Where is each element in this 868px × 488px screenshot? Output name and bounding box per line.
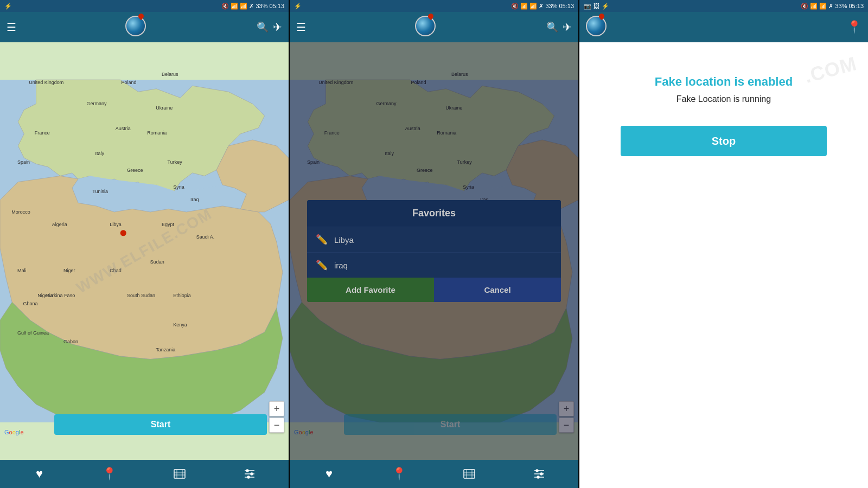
no-signal-icon: ✗ bbox=[249, 3, 254, 10]
globe-pin-3 bbox=[598, 12, 605, 20]
fake-location-content: .COM Fake location is enabled Fake Locat… bbox=[579, 42, 868, 488]
photo-icon-3: 🖼 bbox=[593, 3, 599, 9]
nav-map-2[interactable] bbox=[457, 462, 481, 486]
time-text-2: 05:13 bbox=[559, 3, 574, 9]
globe-pin-2 bbox=[426, 12, 434, 20]
no-signal-icon-3: ✗ bbox=[828, 3, 833, 10]
signal-icon: 📶 bbox=[240, 3, 247, 10]
status-bar-3: 📷 🖼 ⚡ 🔇 📶 📶 ✗ 33% 05:13 bbox=[579, 0, 868, 12]
nav-location-1[interactable]: 📍 bbox=[98, 462, 122, 486]
bottom-nav-2: ♥ 📍 bbox=[290, 460, 578, 488]
watermark-3: .COM bbox=[802, 52, 859, 88]
zoom-out-btn[interactable]: − bbox=[269, 418, 284, 433]
menu-icon[interactable]: ☰ bbox=[7, 21, 16, 34]
favorites-item-label-libya: Libya bbox=[334, 235, 354, 245]
nav-location-2[interactable]: 📍 bbox=[387, 462, 411, 486]
mute-icon-2: 🔇 bbox=[511, 3, 519, 10]
nav-settings-1[interactable] bbox=[238, 462, 261, 486]
map-view-2: United Kingdom Poland Belarus Germany Uk… bbox=[290, 42, 578, 460]
status-bar-1: ⚡ 🔇 📶 📶 ✗ 33% 05:13 bbox=[0, 0, 289, 12]
globe-icon-2 bbox=[415, 16, 438, 38]
wifi-icon: 📶 bbox=[231, 3, 238, 10]
globe-icon bbox=[125, 16, 148, 38]
nav-favorites-1[interactable]: ♥ bbox=[28, 462, 52, 486]
svg-point-6 bbox=[246, 470, 248, 472]
favorites-item-libya[interactable]: ✏️ Libya bbox=[307, 227, 561, 252]
svg-point-17 bbox=[537, 476, 539, 478]
mute-icon-3: 🔇 bbox=[801, 3, 808, 10]
edit-icon-libya: ✏️ bbox=[316, 234, 328, 246]
add-favorite-button[interactable]: Add Favorite bbox=[307, 278, 434, 302]
favorites-dialog: Favorites ✏️ Libya ✏️ iraq Add Favorite … bbox=[307, 200, 561, 302]
no-signal-icon-2: ✗ bbox=[539, 3, 544, 10]
zoom-controls-1: + − bbox=[269, 401, 284, 433]
globe-icon-3 bbox=[586, 16, 609, 38]
camera-icon-3: 📷 bbox=[584, 3, 591, 10]
favorites-overlay: Favorites ✏️ Libya ✏️ iraq Add Favorite … bbox=[290, 42, 578, 460]
fake-location-title: Fake location is enabled bbox=[655, 75, 793, 89]
favorites-title: Favorites bbox=[307, 200, 561, 227]
app-title-area bbox=[21, 16, 252, 38]
nav-favorites-2[interactable]: ♥ bbox=[317, 462, 341, 486]
google-logo-1: Google bbox=[4, 429, 24, 435]
svg-rect-11 bbox=[464, 470, 475, 478]
app-bar-3: 📍 bbox=[579, 12, 868, 42]
signal-icon-2: 📶 bbox=[529, 3, 537, 10]
svg-rect-2 bbox=[174, 470, 185, 478]
status-bar-2: ⚡ 🔇 📶 📶 ✗ 33% 05:13 bbox=[290, 0, 578, 12]
search-icon-2[interactable]: 🔍 bbox=[546, 21, 558, 33]
cancel-favorites-button[interactable]: Cancel bbox=[434, 278, 561, 302]
plane-icon-2[interactable]: ✈ bbox=[563, 21, 572, 34]
usb-icon-2: ⚡ bbox=[294, 3, 302, 10]
favorites-actions: Add Favorite Cancel bbox=[307, 278, 561, 302]
app-bar-2: ☰ 🔍 ✈ bbox=[290, 12, 578, 42]
nav-map-1[interactable] bbox=[168, 462, 192, 486]
battery-text-2: 33% bbox=[545, 3, 557, 9]
edit-icon-iraq: ✏️ bbox=[316, 259, 328, 271]
nav-settings-2[interactable] bbox=[527, 462, 551, 486]
start-button-1[interactable]: Start bbox=[54, 414, 267, 435]
usb-icon: ⚡ bbox=[4, 3, 12, 10]
battery-text-3: 33% bbox=[835, 3, 847, 9]
svg-point-1 bbox=[120, 230, 126, 236]
svg-point-7 bbox=[251, 473, 253, 475]
app-title-area-2 bbox=[310, 16, 542, 38]
zoom-in-btn[interactable]: + bbox=[269, 401, 284, 416]
svg-point-8 bbox=[247, 476, 250, 478]
favorites-item-label-iraq: iraq bbox=[334, 261, 348, 270]
search-icon[interactable]: 🔍 bbox=[257, 21, 269, 33]
usb-icon-3: ⚡ bbox=[602, 3, 609, 10]
favorites-item-iraq[interactable]: ✏️ iraq bbox=[307, 252, 561, 278]
time-text-3: 05:13 bbox=[848, 3, 864, 9]
plane-icon[interactable]: ✈ bbox=[273, 21, 282, 34]
location-pin-icon-3[interactable]: 📍 bbox=[847, 20, 861, 34]
panel-2: ⚡ 🔇 📶 📶 ✗ 33% 05:13 ☰ 🔍 ✈ bbox=[290, 0, 578, 488]
globe-pin bbox=[137, 12, 144, 20]
menu-icon-2[interactable]: ☰ bbox=[296, 21, 306, 34]
svg-point-15 bbox=[536, 470, 538, 472]
app-bar-1: ☰ 🔍 ✈ bbox=[0, 12, 289, 42]
battery-text: 33% bbox=[256, 3, 267, 9]
bottom-nav-1: ♥ 📍 bbox=[0, 460, 289, 488]
wifi-icon-3: 📶 bbox=[810, 3, 818, 10]
panel-1: ⚡ 🔇 📶 📶 ✗ 33% 05:13 ☰ 🔍 ✈ bbox=[0, 0, 289, 488]
map-view-1[interactable]: United Kingdom Poland Belarus Germany Uk… bbox=[0, 42, 289, 460]
wifi-icon-2: 📶 bbox=[520, 3, 528, 10]
svg-point-16 bbox=[540, 473, 542, 475]
mute-icon: 🔇 bbox=[221, 3, 229, 10]
fake-location-subtitle: Fake Location is running bbox=[676, 94, 771, 104]
time-text: 05:13 bbox=[269, 3, 284, 9]
stop-button[interactable]: Stop bbox=[621, 126, 827, 156]
signal-icon-3: 📶 bbox=[819, 3, 827, 10]
panel-3: 📷 🖼 ⚡ 🔇 📶 📶 ✗ 33% 05:13 📍 .COM Fake loca… bbox=[579, 0, 868, 488]
